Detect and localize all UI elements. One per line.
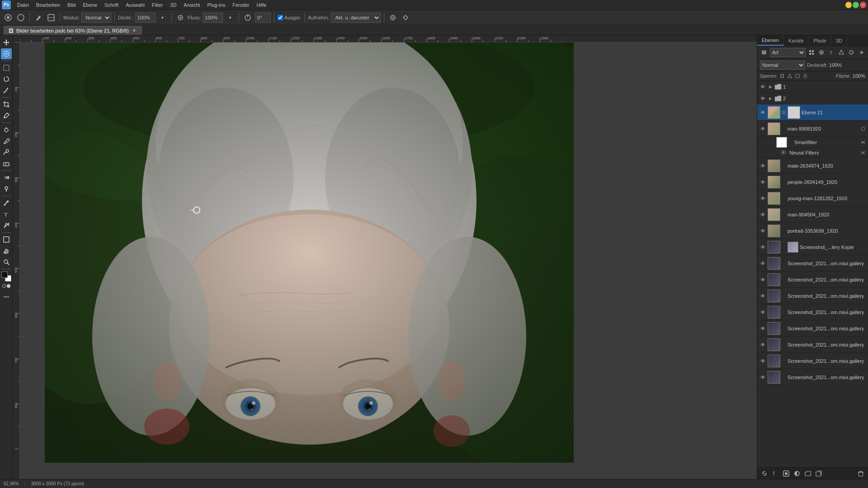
modus-select[interactable]: Normal [81, 13, 111, 23]
neural-filters-row[interactable]: Neural Filters [757, 148, 868, 158]
layer-man9045[interactable]: 👁 man-904504_1920 [757, 206, 868, 223]
visibility-ss2021e[interactable]: 👁 [759, 325, 766, 332]
visibility-man99[interactable]: 👁 [759, 125, 766, 132]
sample-btn[interactable] [387, 12, 398, 23]
adjustment-filter-icon[interactable] [817, 48, 826, 56]
visibility-ss2021f[interactable]: 👁 [759, 341, 766, 348]
layer-screenshot2021h[interactable]: 👁 Screenshot_2021...om.miui.gallery [757, 369, 868, 385]
tool-more[interactable] [1, 291, 12, 302]
deckung-arrow[interactable]: ▾ [157, 12, 168, 23]
visibility-male2634[interactable]: 👁 [759, 162, 766, 169]
tool-lasso[interactable] [1, 74, 12, 84]
ausger-checkbox[interactable] [278, 15, 283, 20]
tool-hand[interactable] [1, 245, 12, 256]
quick-mask-btn[interactable] [7, 284, 10, 288]
visibility-group2[interactable]: 👁 [759, 95, 766, 102]
menu-datei[interactable]: Datei [14, 1, 33, 9]
tool-text[interactable]: T [1, 209, 12, 220]
lock-all-icon[interactable] [802, 73, 808, 79]
menu-3d[interactable]: 3D [166, 1, 180, 9]
neural-toggle[interactable] [860, 150, 866, 156]
menu-plugins[interactable]: Plug-ins [203, 1, 229, 9]
menu-auswahl[interactable]: Auswahl [122, 1, 148, 9]
delete-layer-btn[interactable] [856, 469, 865, 478]
tool-eyedropper[interactable] [1, 110, 12, 121]
layer-male2634[interactable]: 👁 male-2634974_1920 [757, 158, 868, 174]
filter-type-icon[interactable] [760, 48, 768, 56]
lock-position-icon[interactable] [787, 73, 793, 79]
tool-wand[interactable] [1, 85, 12, 96]
brush-tip-btn[interactable] [33, 12, 44, 23]
tool-preset-btn[interactable] [3, 12, 14, 23]
layer-screenshot2021c[interactable]: 👁 Screenshot_2021...om.miui.gallery [757, 288, 868, 304]
tool-zoom[interactable] [1, 257, 12, 267]
layer-ebene21[interactable]: 👁 ⛓ Ebene 21 [757, 104, 868, 121]
layer-screenshot2021e[interactable]: 👁 Screenshot_2021...om.miui.gallery [757, 320, 868, 337]
new-layer-btn[interactable] [814, 469, 823, 478]
new-group-btn[interactable] [803, 469, 812, 478]
menu-ansicht[interactable]: Ansicht [180, 1, 203, 9]
close-button[interactable]: × [860, 2, 866, 8]
text-filter-icon[interactable]: T [827, 48, 835, 56]
tool-heal[interactable] [1, 48, 12, 59]
tool-pen[interactable] [1, 197, 12, 208]
minimize-button[interactable]: − [845, 2, 852, 8]
layer-screenshot-kope[interactable]: 👁 Screenshot_...lery Kopie [757, 239, 868, 255]
canvas-area[interactable] [20, 42, 757, 479]
foreground-color[interactable] [1, 272, 11, 282]
visibility-people2604[interactable]: 👁 [759, 178, 766, 186]
menu-hilfe[interactable]: Hilfe [253, 1, 270, 9]
layer-screenshot2021g[interactable]: 👁 Screenshot_2021...om.miui.gallery [757, 353, 868, 369]
tab-pfade[interactable]: Pfade [809, 35, 831, 46]
menu-ebene[interactable]: Ebene [79, 1, 101, 9]
aufnehm-select[interactable]: Akt. u. darunter [331, 13, 381, 23]
extra-btn[interactable] [400, 12, 411, 23]
tool-stamp[interactable] [1, 147, 12, 158]
visibility-kope[interactable]: 👁 [759, 244, 766, 251]
brush-mode-btn[interactable] [46, 12, 57, 23]
airbrush-btn[interactable] [175, 12, 186, 23]
blend-mode-select[interactable]: Normal [760, 61, 805, 70]
layer-people2604[interactable]: 👁 people-2604149_1920 [757, 174, 868, 190]
pixel-filter-icon[interactable] [807, 48, 816, 56]
tool-dodge[interactable] [1, 183, 12, 194]
visibility-ss2021h[interactable]: 👁 [759, 374, 766, 381]
layer-group-2[interactable]: 👁 ▶ 2 [757, 93, 868, 104]
photo-canvas[interactable] [45, 42, 574, 463]
tab-kanaele[interactable]: Kanäle [784, 35, 809, 46]
angle-btn[interactable] [242, 12, 253, 23]
layer-portrait[interactable]: 👁 portrait-3353699_1920 [757, 223, 868, 239]
menu-bearbeiten[interactable]: Bearbeiten [33, 1, 64, 9]
layer-screenshot2021f[interactable]: 👁 Screenshot_2021...om.miui.gallery [757, 337, 868, 353]
filter-toggle-icon[interactable] [857, 48, 865, 56]
fluss-input[interactable] [203, 13, 223, 23]
standard-mode-btn[interactable] [2, 284, 6, 288]
smart-filter-icon[interactable] [847, 48, 855, 56]
visibility-ss2021c[interactable]: 👁 [759, 292, 766, 300]
layer-screenshot2021d[interactable]: 👁 Screenshot_2021...om.miui.gallery [757, 304, 868, 320]
visibility-ss2021d[interactable]: 👁 [759, 309, 766, 316]
tool-move[interactable] [1, 37, 12, 48]
expand-group2[interactable]: ▶ [768, 96, 773, 101]
add-style-btn[interactable]: f [771, 469, 780, 478]
visibility-man9045[interactable]: 👁 [759, 211, 766, 218]
add-adjustment-btn[interactable] [793, 469, 802, 478]
layer-man99[interactable]: 👁 man-99081920 [757, 121, 868, 137]
menu-bild[interactable]: Bild [64, 1, 79, 9]
visibility-ss2021a[interactable]: 👁 [759, 260, 766, 267]
tool-shape[interactable] [1, 234, 12, 245]
deckung-input[interactable] [135, 13, 156, 23]
visibility-ebene21[interactable]: 👁 [759, 109, 766, 116]
menu-schrift[interactable]: Schrift [101, 1, 122, 9]
smartfilter-toggle[interactable] [860, 139, 866, 145]
fluss-arrow[interactable]: ▾ [225, 12, 236, 23]
visibility-youngman[interactable]: 👁 [759, 195, 766, 202]
link-layers-btn[interactable] [760, 469, 769, 478]
document-tab[interactable]: 🖼 Bilder bearbeiten.psdc bei 63% (Ebene … [4, 26, 142, 35]
tab-ebenen[interactable]: Ebenen [757, 35, 784, 46]
menu-fenster[interactable]: Fenster [229, 1, 253, 9]
menu-filter[interactable]: Filter [148, 1, 166, 9]
smartfilter-row[interactable]: Smartfilter [757, 137, 868, 148]
layer-screenshot2021b[interactable]: 👁 Screenshot_2021...om.miui.gallery [757, 272, 868, 288]
document-tab-close[interactable]: × [132, 28, 137, 33]
